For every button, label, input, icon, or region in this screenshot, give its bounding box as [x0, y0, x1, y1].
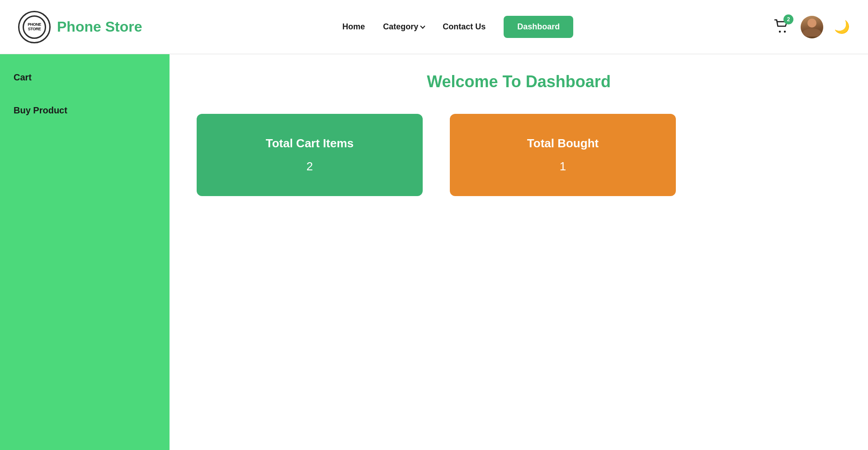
total-bought-card[interactable]: Total Bought 1 [450, 114, 676, 196]
avatar-image [801, 16, 823, 38]
main-nav: Home Category Contact Us Dashboard [342, 16, 573, 38]
logo-text-small: PHONE STORE [28, 23, 41, 32]
total-cart-value: 2 [307, 159, 313, 173]
user-avatar[interactable] [801, 16, 823, 38]
svg-point-0 [779, 30, 781, 32]
chevron-down-icon [420, 23, 425, 28]
cart-count: 2 [783, 14, 793, 24]
svg-point-1 [784, 30, 786, 32]
nav-contact[interactable]: Contact Us [443, 22, 486, 32]
brand-name: Phone Store [57, 19, 142, 35]
nav-home[interactable]: Home [342, 22, 365, 32]
total-bought-value: 1 [560, 159, 566, 173]
header-left: PHONE STORE Phone Store [18, 11, 142, 43]
sidebar-item-buy-product[interactable]: Buy Product [14, 105, 156, 116]
cart-button[interactable]: 2 [774, 18, 790, 36]
dark-mode-icon[interactable]: 🌙 [834, 19, 850, 34]
dashboard-button[interactable]: Dashboard [504, 16, 573, 38]
total-cart-label: Total Cart Items [266, 136, 354, 150]
sidebar-item-cart[interactable]: Cart [14, 72, 156, 83]
main-layout: Cart Buy Product Welcome To Dashboard To… [0, 54, 868, 450]
logo-icon[interactable]: PHONE STORE [18, 11, 51, 43]
cards-row: Total Cart Items 2 Total Bought 1 [197, 114, 841, 196]
header: PHONE STORE Phone Store Home Category Co… [0, 0, 868, 54]
nav-category-label: Category [383, 22, 418, 32]
dashboard-title: Welcome To Dashboard [197, 72, 841, 91]
dashboard-content: Welcome To Dashboard Total Cart Items 2 … [170, 54, 868, 450]
total-bought-label: Total Bought [527, 136, 599, 150]
sidebar: Cart Buy Product [0, 54, 170, 450]
nav-category[interactable]: Category [383, 22, 425, 32]
total-cart-card[interactable]: Total Cart Items 2 [197, 114, 423, 196]
header-right: 2 🌙 [774, 16, 850, 38]
logo-inner: PHONE STORE [23, 15, 46, 39]
